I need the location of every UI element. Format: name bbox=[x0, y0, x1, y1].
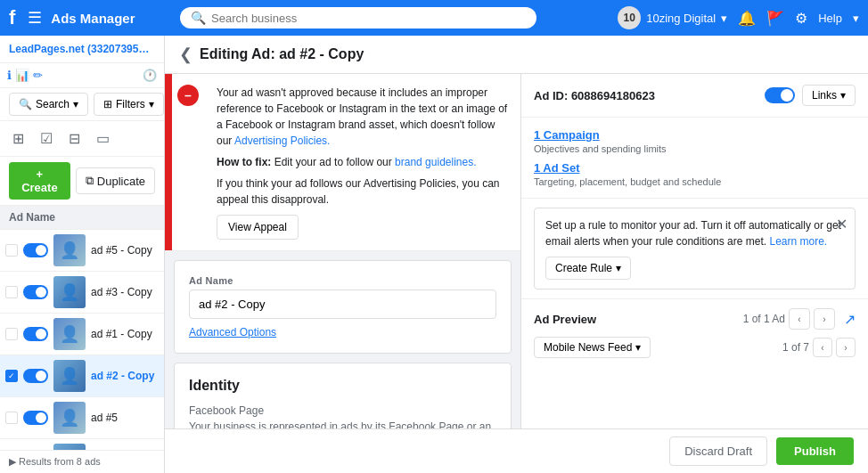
flag-icon[interactable]: 🚩 bbox=[766, 10, 784, 27]
four-squares-icon[interactable]: ⊟ bbox=[65, 126, 84, 151]
sidebar-account-name[interactable]: LeadPages.net (33207395028936 bbox=[9, 43, 155, 55]
sidebar-footer: ▶ Results from 8 ads bbox=[0, 450, 164, 473]
ad-item-toggle[interactable] bbox=[23, 369, 48, 383]
pencil-icon[interactable]: ✏ bbox=[33, 69, 43, 82]
search-label: Search bbox=[36, 98, 70, 110]
ad-list-item[interactable]: 👤ad #5 bbox=[0, 397, 164, 439]
preview-external-link-icon[interactable]: ↗ bbox=[844, 311, 856, 328]
advanced-options-link[interactable]: Advanced Options bbox=[189, 326, 276, 338]
ad-item-checkbox[interactable] bbox=[5, 328, 18, 340]
ad-name-section: Ad Name Advanced Options bbox=[174, 260, 512, 354]
learn-more-link[interactable]: Learn more. bbox=[769, 235, 827, 248]
publish-button[interactable]: Publish bbox=[776, 437, 854, 465]
bar-chart-icon[interactable]: 📊 bbox=[15, 69, 29, 82]
create-rule-chevron-icon: ▾ bbox=[616, 262, 621, 274]
campaign-sub: Objectives and spending limits bbox=[534, 143, 856, 154]
help-chevron-icon: ▾ bbox=[853, 12, 859, 25]
main-wrapper: ❮ Editing Ad: ad #2 - Copy – Your ad was… bbox=[165, 36, 868, 473]
search-bar: 🔍 bbox=[180, 7, 536, 29]
clock-sidebar-icon[interactable]: 🕐 bbox=[143, 69, 157, 82]
main-layout: LeadPages.net (33207395028936 ℹ 📊 ✏ 🕐 🔍 … bbox=[0, 36, 868, 473]
rule-close-icon[interactable]: ✕ bbox=[836, 216, 848, 232]
duplicate-button[interactable]: ⧉ Duplicate bbox=[76, 167, 155, 194]
ad-item-checkbox[interactable] bbox=[5, 244, 18, 257]
ad-item-checkbox[interactable]: ✓ bbox=[5, 370, 18, 382]
ad-item-thumbnail: 👤 bbox=[53, 318, 86, 350]
warning-appeal-text: If you think your ad follows our Adverti… bbox=[217, 175, 508, 208]
grid-icon[interactable]: ⊞ bbox=[9, 126, 28, 151]
fb-page-label: Facebook Page bbox=[189, 404, 496, 417]
list-icon[interactable]: ▭ bbox=[93, 126, 113, 151]
create-rule-button[interactable]: Create Rule ▾ bbox=[545, 257, 631, 280]
ad-item-toggle[interactable] bbox=[23, 411, 48, 425]
account-name: 10zing Digital bbox=[646, 12, 716, 25]
discard-draft-button[interactable]: Discard Draft bbox=[669, 436, 767, 466]
campaign-section: 1 Campaign Objectives and spending limit… bbox=[521, 118, 868, 199]
content-area: – Your ad wasn't approved because it inc… bbox=[165, 74, 868, 428]
filters-label: Filters bbox=[116, 98, 145, 110]
ad-name-input[interactable] bbox=[189, 290, 496, 319]
placement-dropdown[interactable]: Mobile News Feed ▾ bbox=[534, 337, 651, 358]
preview-next-arrow[interactable]: › bbox=[814, 308, 835, 330]
sidebar-header: LeadPages.net (33207395028936 bbox=[0, 36, 164, 63]
ad-item-toggle[interactable] bbox=[23, 285, 48, 299]
brand-guidelines-link[interactable]: brand guidelines. bbox=[395, 156, 476, 168]
create-rule-label: Create Rule bbox=[555, 262, 612, 274]
top-navigation: f ☰ Ads Manager 🔍 10 10zing Digital ▾ 🔔 … bbox=[0, 0, 868, 36]
ad-item-name: ad #1 - Copy bbox=[91, 328, 159, 340]
ad-item-checkbox[interactable] bbox=[5, 412, 18, 424]
help-button[interactable]: Help bbox=[818, 12, 842, 25]
sidebar-create-bar: + Create ⧉ Duplicate bbox=[0, 157, 164, 206]
preview-nav: 1 of 1 Ad ‹ › ↗ bbox=[743, 308, 856, 330]
back-icon[interactable]: ❮ bbox=[179, 45, 192, 64]
placement-chevron-icon: ▾ bbox=[635, 341, 641, 354]
ad-item-toggle[interactable] bbox=[23, 327, 48, 341]
search-button[interactable]: 🔍 Search ▾ bbox=[9, 93, 88, 116]
ad-item-name: ad #3 - Copy bbox=[91, 286, 159, 298]
ad-item-name: ad #5 - Copy bbox=[91, 244, 159, 257]
preview-prev-arrow[interactable]: ‹ bbox=[789, 308, 810, 330]
ad-list-item[interactable]: 👤ad #1 - Copy bbox=[0, 314, 164, 355]
placement-row: Mobile News Feed ▾ 1 of 7 ‹ › bbox=[534, 337, 856, 358]
placement-prev-arrow[interactable]: ‹ bbox=[813, 338, 832, 357]
account-selector[interactable]: 10 10zing Digital ▾ bbox=[618, 6, 727, 29]
create-button[interactable]: + Create bbox=[9, 162, 70, 200]
duplicate-label: Duplicate bbox=[97, 175, 145, 188]
view-appeal-button[interactable]: View Appeal bbox=[217, 215, 299, 240]
warning-howto-text: How to fix: Edit your ad to follow our b… bbox=[217, 154, 508, 170]
ad-list-item[interactable]: ✓👤ad #2 - Copy bbox=[0, 355, 164, 397]
check-icon[interactable]: ☑ bbox=[37, 126, 56, 151]
nav-right-actions: 10 10zing Digital ▾ 🔔 🚩 ⚙ Help ▾ bbox=[618, 6, 859, 29]
ad-toggle[interactable] bbox=[765, 87, 795, 103]
filters-chevron-icon: ▾ bbox=[149, 98, 154, 110]
campaign-link[interactable]: 1 Campaign bbox=[534, 128, 600, 142]
ad-list-item[interactable]: 👤ad #2 bbox=[0, 439, 164, 450]
warning-main-text: Your ad wasn't approved because it inclu… bbox=[217, 85, 508, 149]
notifications-icon[interactable]: 🔔 bbox=[738, 10, 756, 27]
settings-icon[interactable]: ⚙ bbox=[795, 10, 807, 27]
ad-preview-section: Ad Preview 1 of 1 Ad ‹ › ↗ Mobile News F… bbox=[521, 298, 868, 372]
ad-item-toggle[interactable] bbox=[23, 243, 48, 257]
search-chevron-icon: ▾ bbox=[73, 98, 78, 110]
rule-text: Set up a rule to monitor your ad. Turn i… bbox=[545, 217, 844, 249]
ad-id-label: Ad ID: 6088694180623 bbox=[534, 89, 757, 102]
links-label: Links bbox=[812, 89, 837, 102]
preview-header: Ad Preview 1 of 1 Ad ‹ › ↗ bbox=[534, 308, 856, 330]
links-chevron-icon: ▾ bbox=[840, 89, 846, 102]
ad-list-item[interactable]: 👤ad #3 - Copy bbox=[0, 272, 164, 314]
ad-list-item[interactable]: 👤ad #5 - Copy bbox=[0, 230, 164, 272]
bottom-bar: Discard Draft Publish bbox=[165, 428, 868, 473]
placement-next-arrow[interactable]: › bbox=[836, 338, 856, 357]
hamburger-icon[interactable]: ☰ bbox=[28, 8, 42, 28]
search-input[interactable] bbox=[211, 12, 526, 25]
filters-button[interactable]: ⊞ Filters ▾ bbox=[94, 93, 164, 116]
advertising-policies-link[interactable]: Advertising Policies. bbox=[234, 135, 330, 147]
identity-title: Identity bbox=[189, 378, 496, 394]
ad-list: 👤ad #5 - Copy👤ad #3 - Copy👤ad #1 - Copy✓… bbox=[0, 230, 164, 450]
identity-section: Identity Facebook Page Your business is … bbox=[174, 363, 512, 428]
rule-box: ✕ Set up a rule to monitor your ad. Turn… bbox=[534, 208, 856, 290]
links-button[interactable]: Links ▾ bbox=[802, 85, 856, 106]
warning-content: Your ad wasn't approved because it inclu… bbox=[204, 74, 520, 250]
ad-set-link[interactable]: 1 Ad Set bbox=[534, 161, 856, 175]
ad-item-checkbox[interactable] bbox=[5, 286, 18, 298]
